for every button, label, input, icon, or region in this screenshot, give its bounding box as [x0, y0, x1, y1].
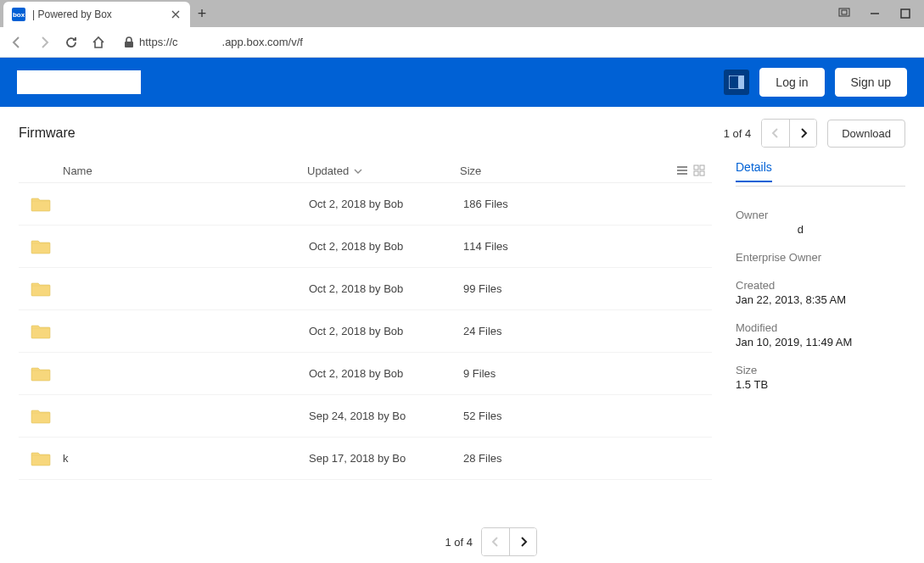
- subheader: Firmware 1 of 4 Download: [0, 107, 924, 159]
- row-updated: Oct 2, 2018 by Bob: [309, 325, 463, 337]
- column-size[interactable]: Size: [460, 164, 676, 177]
- lock-icon: [124, 36, 134, 48]
- column-updated[interactable]: Updated: [307, 164, 460, 177]
- modified-label: Modified: [736, 321, 905, 334]
- chevron-down-icon: [354, 168, 362, 175]
- enterprise-owner-label: Enterprise Owner: [736, 251, 905, 264]
- new-tab-button[interactable]: +: [190, 2, 214, 25]
- row-size: 24 Files: [463, 325, 712, 337]
- svg-rect-6: [738, 75, 744, 89]
- row-updated: Sep 17, 2018 by Bo: [309, 452, 463, 465]
- svg-rect-0: [839, 8, 849, 16]
- back-button[interactable]: [7, 32, 27, 53]
- row-updated: Oct 2, 2018 by Bob: [309, 367, 463, 380]
- cast-icon[interactable]: [836, 5, 853, 22]
- close-tab-icon[interactable]: [170, 8, 182, 20]
- row-updated: Oct 2, 2018 by Bob: [309, 240, 463, 253]
- folder-icon: [31, 366, 51, 382]
- size-label: Size: [736, 364, 905, 376]
- row-size: 9 Files: [463, 367, 712, 380]
- browser-tab-strip: box | Powered by Box +: [0, 0, 924, 27]
- table-row[interactable]: Oct 2, 2018 by Bob186 Files: [19, 183, 712, 226]
- view-toggles: [676, 164, 712, 177]
- grid-view-icon[interactable]: [693, 164, 705, 176]
- details-panel: Details Owner d Enterprise Owner Created…: [712, 159, 905, 480]
- folder-icon: [31, 239, 51, 254]
- svg-rect-12: [694, 171, 698, 176]
- size-value: 1.5 TB: [736, 378, 905, 391]
- table-row[interactable]: Oct 2, 2018 by Bob9 Files: [19, 353, 712, 395]
- svg-rect-13: [700, 171, 704, 176]
- table-row[interactable]: Oct 2, 2018 by Bob114 Files: [19, 226, 712, 268]
- footer-page-prev-button[interactable]: [482, 528, 509, 555]
- svg-rect-4: [125, 42, 133, 47]
- row-size: 114 Files: [463, 240, 712, 253]
- table-row[interactable]: kSep 17, 2018 by Bo28 Files: [19, 438, 712, 480]
- folder-icon: [31, 409, 51, 424]
- folder-icon: [31, 282, 51, 297]
- main-content: Name Updated Size Oct 2, 2018 by Bob186 …: [0, 159, 924, 480]
- table-row[interactable]: Oct 2, 2018 by Bob24 Files: [19, 310, 712, 353]
- details-tab[interactable]: Details: [736, 160, 772, 182]
- folder-icon: [31, 451, 51, 466]
- file-rows: Oct 2, 2018 by Bob186 FilesOct 2, 2018 b…: [19, 183, 712, 480]
- folder-icon: [31, 197, 51, 212]
- list-view-icon[interactable]: [676, 164, 688, 176]
- app-header: Log in Sign up: [0, 58, 924, 107]
- row-updated: Sep 24, 2018 by Bo: [309, 410, 463, 422]
- folder-icon: [31, 324, 51, 339]
- svg-rect-1: [842, 10, 847, 14]
- page-prev-button[interactable]: [762, 120, 789, 147]
- svg-rect-3: [901, 9, 910, 18]
- row-size: 186 Files: [463, 198, 712, 210]
- owner-label: Owner: [736, 209, 905, 221]
- reload-button[interactable]: [61, 32, 81, 53]
- footer-page-next-button[interactable]: [509, 528, 536, 555]
- table-row[interactable]: Oct 2, 2018 by Bob99 Files: [19, 268, 712, 310]
- footer-pagination-text: 1 of 4: [445, 536, 473, 549]
- pagination-text: 1 of 4: [724, 127, 752, 140]
- signup-button[interactable]: Sign up: [835, 68, 907, 97]
- column-name[interactable]: Name: [19, 164, 307, 177]
- row-size: 99 Files: [463, 282, 712, 295]
- login-button[interactable]: Log in: [759, 68, 824, 97]
- row-updated: Oct 2, 2018 by Bob: [309, 198, 463, 210]
- row-name: k: [63, 452, 309, 465]
- toggle-sidebar-button[interactable]: [724, 70, 749, 95]
- pagination-buttons: [761, 119, 817, 148]
- modified-value: Jan 10, 2019, 11:49 AM: [736, 336, 905, 348]
- address-bar: https://c .app.box.com/v/f: [0, 27, 924, 58]
- browser-tab[interactable]: box | Powered by Box: [3, 2, 190, 27]
- url-field[interactable]: https://c .app.box.com/v/f: [115, 32, 917, 52]
- row-size: 52 Files: [463, 410, 712, 422]
- page-next-button[interactable]: [789, 120, 816, 147]
- breadcrumb: Firmware: [19, 125, 76, 141]
- created-label: Created: [736, 279, 905, 292]
- minimize-button[interactable]: [866, 5, 883, 22]
- tab-title: | Powered by Box: [32, 8, 163, 20]
- row-size: 28 Files: [463, 452, 712, 465]
- row-updated: Oct 2, 2018 by Bob: [309, 282, 463, 295]
- owner-value: d: [736, 223, 905, 236]
- table-row[interactable]: Sep 24, 2018 by Bo52 Files: [19, 395, 712, 438]
- footer-pagination: 1 of 4: [445, 527, 538, 556]
- created-value: Jan 22, 2013, 8:35 AM: [736, 293, 905, 306]
- window-controls: [836, 5, 921, 22]
- file-list-area: Name Updated Size Oct 2, 2018 by Bob186 …: [19, 159, 712, 480]
- download-button[interactable]: Download: [827, 120, 905, 148]
- svg-rect-11: [700, 165, 704, 170]
- url-text-prefix: https://c: [139, 36, 178, 48]
- forward-button[interactable]: [34, 32, 54, 53]
- box-favicon: box: [12, 8, 25, 21]
- svg-rect-10: [694, 165, 698, 170]
- home-button[interactable]: [88, 32, 109, 53]
- logo: [17, 70, 141, 94]
- maximize-button[interactable]: [897, 5, 914, 22]
- url-text-suffix: .app.box.com/v/f: [222, 36, 303, 48]
- column-headers: Name Updated Size: [19, 159, 712, 183]
